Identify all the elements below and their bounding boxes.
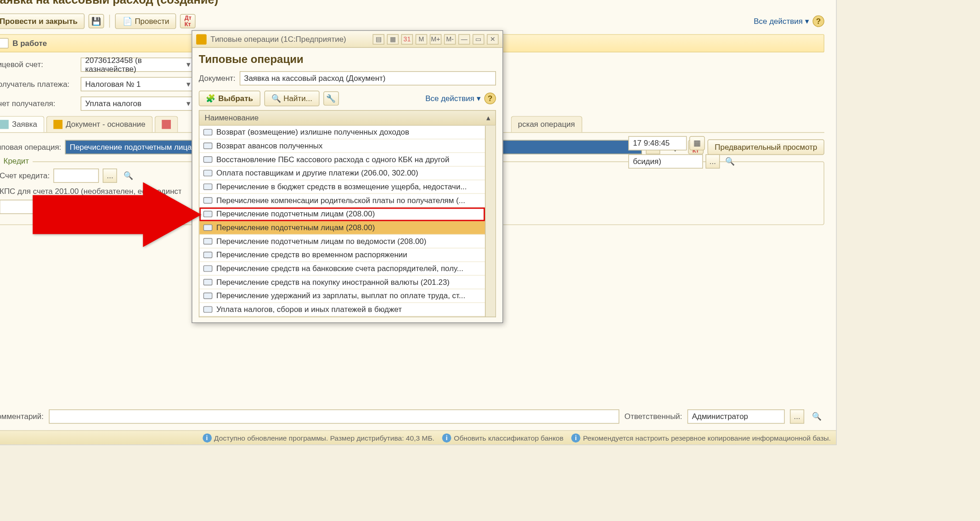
list-item[interactable]: Перечисление в бюджет средств в возмещен… <box>199 180 485 194</box>
list-item[interactable]: Перечисление подотчетным лицам по ведомо… <box>199 235 485 249</box>
item-label: Перечисление в бюджет средств в возмещен… <box>216 182 467 192</box>
list-item[interactable]: Перечисление подотчетным лицам (208.00) <box>199 221 485 235</box>
status-backup[interactable]: iРекомендуется настроить резервное копир… <box>571 433 831 442</box>
responsible-input[interactable]: Администратор <box>687 409 785 424</box>
annotation-arrow <box>33 182 201 249</box>
item-icon <box>203 279 213 285</box>
save-icon[interactable]: 💾 <box>89 14 104 28</box>
status-bar: История... iДоступно обновление программ… <box>0 430 836 444</box>
modal-titlebar[interactable]: Типовые операции (1С:Предприятие) ▤ ▦ 31… <box>192 31 502 48</box>
item-icon <box>203 170 213 176</box>
modal-close-icon[interactable]: ✕ <box>487 34 498 45</box>
svg-marker-0 <box>33 182 201 247</box>
item-label: Перечисление средств во временном распор… <box>216 250 407 260</box>
sort-icon[interactable]: ▴ <box>486 113 490 123</box>
subtab-op[interactable]: рская операция <box>511 116 582 132</box>
dtkt-icon[interactable]: ДтКт <box>180 14 196 28</box>
label-credit-account: Счет кредита: <box>0 171 50 181</box>
item-icon <box>203 142 213 149</box>
item-label: Перечисление средств на банковские счета… <box>216 264 463 273</box>
datetime-input[interactable]: 17 9:48:45 <box>628 136 687 150</box>
operations-list: Возврат (возмещение) излишне полученных … <box>199 126 496 317</box>
label-payee: Получатель платежа: <box>0 79 77 89</box>
item-label: Перечисление подотчетным лицам (208.00) <box>216 223 375 232</box>
list-item[interactable]: Перечисление средств во временном распор… <box>199 249 485 262</box>
all-actions-link[interactable]: Все действия ▾ <box>754 17 809 26</box>
wrench-icon[interactable]: 🔧 <box>323 91 339 106</box>
status-banks[interactable]: iОбновить классификатор банков <box>442 433 563 442</box>
modal-typical-ops: Типовые операции (1С:Предприятие) ▤ ▦ 31… <box>191 30 503 323</box>
item-icon <box>203 238 213 244</box>
modal-help-icon[interactable]: ? <box>484 93 496 104</box>
modal-m[interactable]: M <box>416 34 427 45</box>
modal-icon-1[interactable]: ▤ <box>373 34 384 45</box>
list-item[interactable]: Уплата налогов, сборов и иных платежей в… <box>199 303 485 317</box>
item-icon <box>203 129 213 136</box>
magnify-icon[interactable]: 🔍 <box>809 412 824 421</box>
item-label: Возврат (возмещение) излишне полученных … <box>216 128 409 137</box>
item-icon <box>203 265 213 272</box>
list-item[interactable]: Восстановление ПБС кассового расхода с о… <box>199 153 485 167</box>
help-icon[interactable]: ? <box>813 15 824 27</box>
item-icon <box>203 197 213 204</box>
modal-mplus[interactable]: M+ <box>430 34 441 45</box>
ellipsis-button[interactable]: ... <box>103 169 117 183</box>
list-item[interactable]: Перечисление средств на банковские счета… <box>199 262 485 276</box>
status-update[interactable]: iДоступно обновление программы. Размер д… <box>203 433 434 442</box>
payee-input[interactable]: Налоговая № 1▾ <box>81 77 197 91</box>
list-item[interactable]: Оплата поставщикам и другие платежи (206… <box>199 167 485 181</box>
modal-maximize-icon[interactable]: ▭ <box>473 34 484 45</box>
modal-all-actions[interactable]: Все действия ▾ <box>425 94 480 103</box>
credit-account-input[interactable] <box>54 169 99 183</box>
post-button[interactable]: 📄 Провести <box>115 13 176 29</box>
status-text: В работе <box>12 39 47 48</box>
scrollbar[interactable] <box>485 126 496 317</box>
select-button[interactable]: 🧩 Выбрать <box>199 91 260 106</box>
list-item[interactable]: Возврат авансов полученных <box>199 139 485 153</box>
list-item[interactable]: Перечисление подотчетным лицам (208.00) <box>199 208 485 221</box>
item-icon <box>203 183 213 190</box>
list-item[interactable]: Перечисление удержаний из зарплаты, выпл… <box>199 289 485 303</box>
label-document: Документ: <box>199 74 236 83</box>
list-item[interactable]: Перечисление компенсации родительской пл… <box>199 194 485 208</box>
item-label: Перечисление компенсации родительской пл… <box>216 196 465 205</box>
ellipsis-button[interactable]: ... <box>790 409 804 424</box>
item-label: Уплата налогов, сборов и иных платежей в… <box>216 305 402 314</box>
label-payee-account: Счет получателя: <box>0 99 77 108</box>
item-icon <box>203 156 213 163</box>
item-icon <box>203 252 213 258</box>
org-input[interactable]: бсидия) <box>628 154 703 169</box>
fieldset-legend: Кредит <box>0 156 33 165</box>
modal-title: Типовые операции (1С:Предприятие) <box>210 34 372 44</box>
item-label: Перечисление средств на покупку иностран… <box>216 277 450 287</box>
payee-account-input[interactable]: Уплата налогов▾ <box>81 96 197 111</box>
list-item[interactable]: Перечисление средств на покупку иностран… <box>199 276 485 289</box>
item-icon <box>203 306 213 312</box>
modal-calc-icon[interactable]: ▦ <box>387 34 399 45</box>
subtab-request[interactable]: Заявка <box>0 116 45 132</box>
doc-icon <box>0 120 9 129</box>
magnify-icon[interactable]: 🔍 <box>121 171 136 181</box>
toolbar: Провести и закрыть 💾 📄 Провести ДтКт Все… <box>0 13 824 29</box>
subtab-3[interactable] <box>154 116 178 132</box>
item-label: Перечисление подотчетным лицам (208.00) <box>216 210 375 219</box>
ellipsis-button[interactable]: ... <box>705 154 720 169</box>
account-input[interactable]: 20736123458 (в казначействе)▾ <box>81 57 197 72</box>
comment-input[interactable] <box>49 409 619 424</box>
list-header[interactable]: Наименование ▴ <box>199 110 496 126</box>
doc-icon <box>162 120 171 129</box>
status-icon <box>0 38 9 49</box>
modal-mminus[interactable]: M- <box>444 34 456 45</box>
document-input[interactable]: Заявка на кассовый расход (Документ) <box>239 71 496 85</box>
post-and-close-button[interactable]: Провести и закрыть <box>0 13 85 29</box>
calendar-button[interactable]: ▦ <box>689 136 705 150</box>
modal-minimize-icon[interactable]: — <box>458 34 470 45</box>
modal-cal-icon[interactable]: 31 <box>401 34 413 45</box>
find-button[interactable]: 🔍 Найти... <box>264 91 319 106</box>
logo-1c-icon <box>196 34 207 45</box>
item-icon <box>203 211 213 217</box>
subtab-basis[interactable]: Документ - основание <box>46 116 152 132</box>
list-item[interactable]: Возврат (возмещение) излишне полученных … <box>199 126 485 140</box>
label-account: Лицевой счет: <box>0 60 77 69</box>
magnify-icon[interactable]: 🔍 <box>722 157 737 166</box>
